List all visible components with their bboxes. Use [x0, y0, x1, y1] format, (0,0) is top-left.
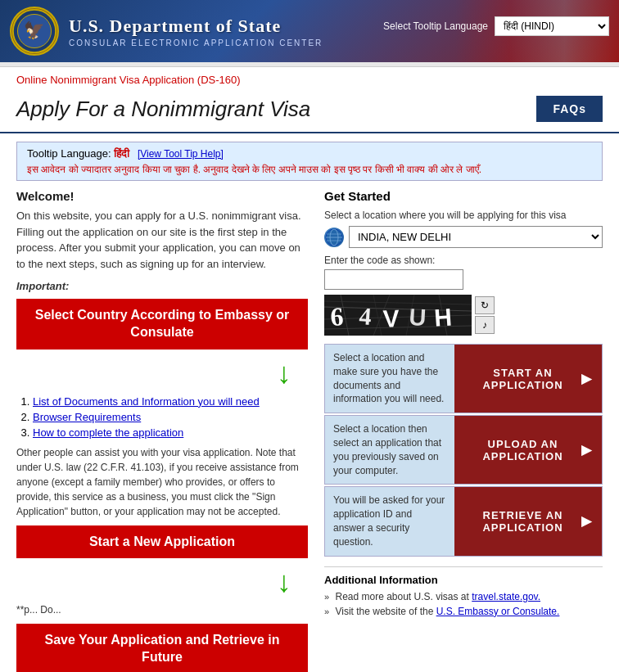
- travel-state-link[interactable]: travel.state.gov.: [472, 591, 540, 602]
- retrieve-application-button[interactable]: RETRIEVE AN APPLICATION ▶: [454, 487, 602, 555]
- start-application-button[interactable]: START AN APPLICATION ▶: [454, 345, 602, 413]
- captcha-refresh-buttons: ↻ ♪: [475, 296, 495, 334]
- upload-arrow-icon: ▶: [581, 442, 592, 458]
- seal-icon: 🦅: [10, 7, 59, 56]
- country-select-row: INDIA, NEW DELHI: [324, 226, 603, 248]
- tooltip-language-section: Select Tooltip Language हिंदी (HINDI): [383, 16, 609, 36]
- tooltip-language-text: Tooltip Language:: [27, 147, 111, 160]
- captcha-image: 6 4 V U H: [324, 295, 472, 336]
- start-arrow-icon: ▶: [581, 371, 592, 386]
- svg-text:🦅: 🦅: [24, 20, 45, 41]
- note-text: **p... Do...: [16, 602, 308, 617]
- page-title-row: Apply For a Nonimmigrant Visa FAQs: [0, 92, 619, 133]
- upload-application-button[interactable]: UPLOAD AN APPLICATION ▶: [454, 416, 602, 484]
- left-column: Welcome! On this website, you can apply …: [16, 189, 308, 672]
- tooltip-bar: Tooltip Language: हिंदी [View Tool Tip H…: [16, 142, 603, 181]
- retrieve-arrow-icon: ▶: [581, 513, 592, 529]
- welcome-text: On this website, you can apply for a U.S…: [16, 208, 308, 272]
- svg-text:6: 6: [329, 301, 344, 331]
- faq-button[interactable]: FAQs: [536, 96, 603, 122]
- annotation-save-retrieve: Save Your Application and Retrieve in Fu…: [16, 624, 308, 672]
- additional-info: Additional Information » Read more about…: [324, 566, 603, 617]
- view-tooltip-link[interactable]: [View Tool Tip Help]: [138, 148, 224, 160]
- link-documents[interactable]: List of Documents and Information you wi…: [33, 395, 260, 408]
- annotation-country-select: Select Country According to Embassy or C…: [16, 299, 308, 350]
- breadcrumb-link[interactable]: Online Nonimmigrant Visa Application (DS…: [16, 74, 241, 86]
- tooltip-bar-title: Tooltip Language: हिंदी [View Tool Tip H…: [27, 147, 592, 160]
- captcha-audio-button[interactable]: ♪: [475, 316, 495, 334]
- captcha-refresh-button[interactable]: ↻: [475, 296, 495, 314]
- action-panel-start: Select a location and make sure you have…: [324, 344, 603, 413]
- link-how-to-complete[interactable]: How to complete the application: [33, 426, 183, 439]
- country-select-label: Select a location where you will be appl…: [324, 210, 603, 221]
- header: 🦅 U.S. Department of State Consular Elec…: [0, 0, 619, 62]
- additional-info-link-1: » Read more about U.S. visas at travel.s…: [324, 591, 603, 602]
- breadcrumb: Online Nonimmigrant Visa Application (DS…: [0, 67, 619, 92]
- svg-text:4: 4: [359, 302, 373, 330]
- action-panel-retrieve-text: You will be asked for your application I…: [325, 487, 454, 555]
- header-subtitle: Consular Electronic Application Center: [69, 38, 609, 47]
- important-links-list: List of Documents and Information you wi…: [16, 395, 308, 439]
- tooltip-language-label: Select Tooltip Language: [383, 20, 488, 32]
- main-content: Welcome! On this website, you can apply …: [0, 189, 619, 672]
- page-title: Apply For a Nonimmigrant Visa: [16, 97, 310, 122]
- additional-info-link-2: » Visit the website of the U.S. Embassy …: [324, 606, 603, 617]
- captcha-image-container: 6 4 V U H ↻ ♪: [324, 295, 603, 336]
- right-column: Get Started Select a location where you …: [324, 189, 603, 672]
- other-people-text: Other people can assist you with your vi…: [16, 445, 308, 519]
- captcha-input[interactable]: [324, 269, 463, 290]
- country-select[interactable]: INDIA, NEW DELHI: [349, 226, 603, 248]
- get-started-heading: Get Started: [324, 189, 603, 203]
- additional-info-heading: Additional Information: [324, 574, 603, 586]
- globe-icon: [324, 228, 344, 247]
- embassy-link[interactable]: U.S. Embassy or Consulate.: [436, 606, 560, 617]
- arrow-icon-1: ↓: [16, 356, 291, 390]
- action-panel-upload-text: Select a location then select an applica…: [325, 416, 454, 484]
- link-browser-requirements[interactable]: Browser Requirements: [33, 411, 141, 423]
- annotation-start-new: Start a New Application: [16, 525, 308, 559]
- tooltip-language-value: हिंदी: [114, 147, 129, 160]
- important-heading: Important:: [16, 280, 308, 292]
- arrow-icon-2: ↓: [16, 565, 291, 599]
- action-panel-retrieve: You will be asked for your application I…: [324, 486, 603, 556]
- tooltip-language-select[interactable]: हिंदी (HINDI): [495, 16, 609, 36]
- welcome-heading: Welcome!: [16, 189, 308, 203]
- svg-text:H: H: [433, 304, 453, 331]
- action-panel-upload: Select a location then select an applica…: [324, 415, 603, 485]
- tooltip-bar-hindi-text: इस आवेदन को ज्यादातर अनुवाद किया जा चुका…: [27, 164, 592, 175]
- action-panel-start-text: Select a location and make sure you have…: [325, 345, 454, 413]
- svg-text:V: V: [382, 304, 400, 332]
- captcha-label: Enter the code as shown:: [324, 255, 603, 266]
